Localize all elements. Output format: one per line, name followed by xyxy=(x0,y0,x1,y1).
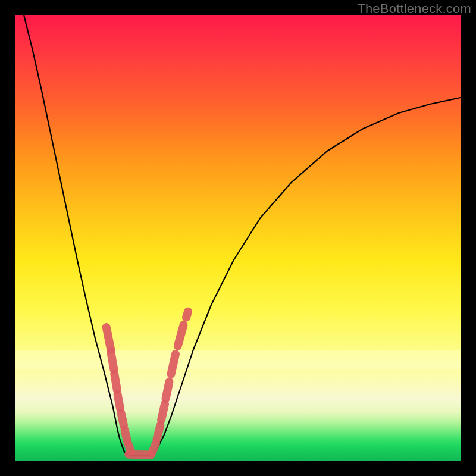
plot-background-gradient xyxy=(15,15,461,461)
chart-frame: TheBottleneck.com xyxy=(0,0,476,476)
